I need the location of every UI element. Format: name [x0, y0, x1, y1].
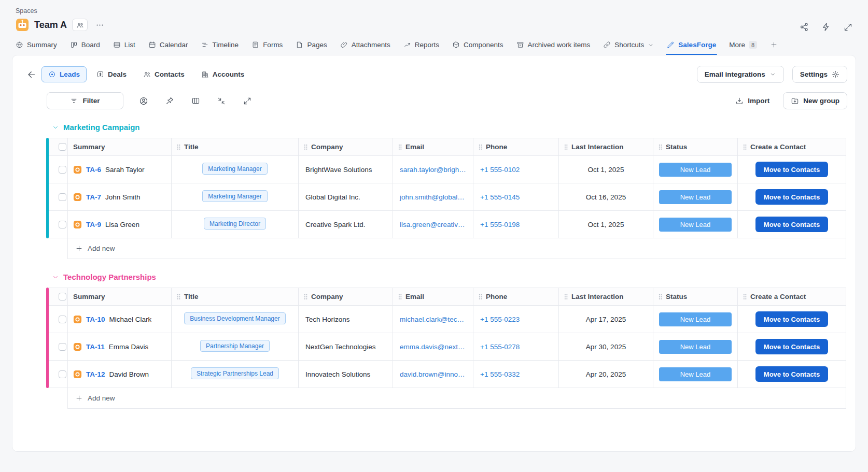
tab-list[interactable]: List	[113, 41, 135, 55]
tab-timeline[interactable]: Timeline	[201, 41, 239, 55]
phone-link[interactable]: +1 555-0278	[473, 343, 558, 351]
email-link[interactable]: michael.clark@tech…	[393, 316, 473, 323]
move-to-contacts-button[interactable]: Move to Contacts	[755, 311, 828, 327]
column-header-summary[interactable]: Summary	[73, 143, 105, 151]
breadcrumb[interactable]: Spaces	[16, 7, 106, 15]
column-header-status[interactable]: Status	[666, 143, 687, 151]
column-header-summary[interactable]: Summary	[73, 293, 105, 301]
drag-handle-icon[interactable]	[398, 144, 402, 150]
title-badge[interactable]: Marketing Manager	[202, 163, 267, 175]
move-to-contacts-button[interactable]: Move to Contacts	[755, 162, 828, 177]
move-to-contacts-button[interactable]: Move to Contacts	[755, 189, 828, 205]
last-interaction-cell[interactable]: Oct 16, 2025	[559, 183, 653, 211]
email-link[interactable]: john.smith@global…	[393, 193, 473, 201]
task-name[interactable]: Michael Clark	[109, 316, 152, 323]
company-cell[interactable]: Innovatech Solutions	[299, 370, 393, 378]
select-all-checkbox[interactable]	[59, 293, 66, 301]
workspace-more-menu-button[interactable]	[93, 19, 106, 31]
tab-summary[interactable]: Summary	[16, 41, 57, 55]
tab-archived-work-items[interactable]: Archived work items	[516, 41, 591, 55]
pin-fields-button[interactable]	[164, 95, 175, 107]
task-id[interactable]: TA-10	[86, 316, 105, 323]
move-to-contacts-button[interactable]: Move to Contacts	[755, 217, 828, 232]
tab-forms[interactable]: Forms	[251, 41, 283, 55]
column-header-title[interactable]: Title	[184, 143, 199, 151]
collapse-button[interactable]	[216, 95, 227, 107]
status-badge[interactable]: New Lead	[659, 340, 732, 354]
nav-deals-button[interactable]: Deals	[90, 66, 133, 82]
group-header[interactable]: Technology Partnerships	[52, 273, 846, 281]
task-name[interactable]: Lisa Green	[105, 221, 139, 228]
group-header[interactable]: Marketing Campaign	[52, 123, 846, 132]
columns-button[interactable]	[190, 95, 201, 107]
company-cell[interactable]: Global Digital Inc.	[299, 193, 393, 201]
expand-rows-button[interactable]	[242, 95, 253, 107]
phone-link[interactable]: +1 555-0145	[473, 193, 558, 201]
tab-more[interactable]: More8	[729, 41, 757, 55]
phone-link[interactable]: +1 555-0198	[473, 221, 558, 228]
email-link[interactable]: lisa.green@creativ…	[393, 221, 473, 228]
status-badge[interactable]: New Lead	[659, 312, 732, 326]
column-header-title[interactable]: Title	[184, 293, 199, 301]
tab-shortcuts[interactable]: Shortcuts	[603, 41, 654, 55]
title-badge[interactable]: Business Development Manager	[184, 312, 285, 324]
task-name[interactable]: Sarah Taylor	[105, 166, 145, 174]
email-link[interactable]: david.brown@innov…	[393, 370, 473, 378]
drag-handle-icon[interactable]	[564, 144, 568, 150]
phone-link[interactable]: +1 555-0102	[473, 166, 558, 174]
share-members-button[interactable]	[72, 19, 88, 31]
filter-button[interactable]: Filter	[47, 92, 123, 109]
column-header-status[interactable]: Status	[666, 293, 687, 301]
column-header-last-interaction[interactable]: Last Interaction	[571, 293, 624, 301]
tab-pages[interactable]: Pages	[296, 41, 327, 55]
select-all-checkbox[interactable]	[59, 143, 66, 151]
column-header-last-interaction[interactable]: Last Interaction	[571, 143, 624, 151]
status-badge[interactable]: New Lead	[659, 367, 732, 381]
column-header-phone[interactable]: Phone	[486, 293, 507, 301]
column-header-email[interactable]: Email	[405, 143, 424, 151]
row-checkbox[interactable]	[59, 370, 66, 378]
drag-handle-icon[interactable]	[398, 294, 402, 299]
column-header-email[interactable]: Email	[405, 293, 424, 301]
title-badge[interactable]: Strategic Partnerships Lead	[191, 367, 279, 379]
task-name[interactable]: David Brown	[109, 370, 149, 378]
last-interaction-cell[interactable]: Apr 20, 2025	[559, 361, 653, 388]
drag-handle-icon[interactable]	[479, 144, 482, 150]
tab-attachments[interactable]: Attachments	[340, 41, 390, 55]
move-to-contacts-button[interactable]: Move to Contacts	[755, 366, 828, 382]
add-view-button[interactable]	[770, 41, 778, 55]
email-link[interactable]: sarah.taylor@brigh…	[393, 166, 473, 174]
status-badge[interactable]: New Lead	[659, 218, 732, 232]
company-cell[interactable]: NextGen Technologies	[299, 343, 393, 351]
company-cell[interactable]: Creative Spark Ltd.	[299, 221, 393, 228]
back-button[interactable]	[23, 66, 40, 83]
row-checkbox[interactable]	[59, 221, 66, 228]
company-cell[interactable]: BrightWave Solutions	[299, 166, 393, 174]
me-mode-button[interactable]	[138, 95, 149, 107]
column-header-create-a-contact[interactable]: Create a Contact	[750, 143, 806, 151]
drag-handle-icon[interactable]	[659, 144, 662, 150]
drag-handle-icon[interactable]	[659, 294, 662, 299]
email-link[interactable]: emma.davis@nextg…	[393, 343, 473, 351]
new-group-button[interactable]: New group	[783, 92, 847, 109]
last-interaction-cell[interactable]: Apr 17, 2025	[559, 306, 653, 333]
tab-calendar[interactable]: Calendar	[148, 41, 188, 55]
status-badge[interactable]: New Lead	[659, 190, 732, 204]
title-badge[interactable]: Partnership Manager	[200, 340, 270, 352]
column-header-create-a-contact[interactable]: Create a Contact	[750, 293, 806, 301]
nav-accounts-button[interactable]: Accounts	[194, 66, 251, 82]
phone-link[interactable]: +1 555-0223	[473, 316, 558, 323]
drag-handle-icon[interactable]	[304, 144, 307, 150]
task-id[interactable]: TA-12	[86, 370, 105, 378]
column-header-company[interactable]: Company	[311, 293, 343, 301]
drag-handle-icon[interactable]	[479, 294, 482, 299]
last-interaction-cell[interactable]: Apr 30, 2025	[559, 333, 653, 361]
fullscreen-button[interactable]	[842, 21, 853, 33]
add-new-row[interactable]: Add new	[67, 238, 846, 259]
company-cell[interactable]: Tech Horizons	[299, 316, 393, 323]
tab-board[interactable]: Board	[70, 41, 100, 55]
drag-handle-icon[interactable]	[177, 294, 180, 299]
task-id[interactable]: TA-6	[86, 166, 101, 174]
drag-handle-icon[interactable]	[564, 294, 568, 299]
task-id[interactable]: TA-9	[86, 221, 101, 228]
